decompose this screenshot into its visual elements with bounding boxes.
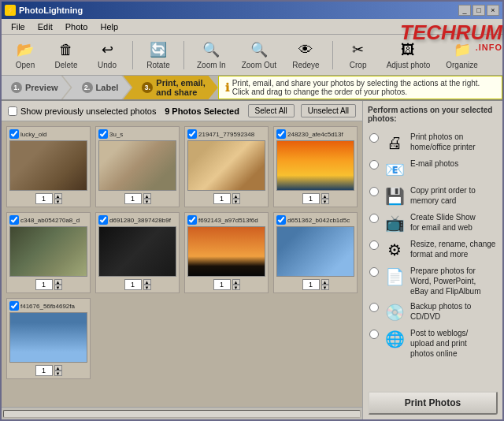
photo-qty-up-5[interactable]: ▲ (143, 279, 151, 285)
photo-qty-down-6[interactable]: ▼ (232, 285, 240, 290)
zoom-out-icon: 🔍 (248, 40, 270, 59)
photo-qty-up-0[interactable]: ▲ (54, 193, 62, 199)
organize-button[interactable]: 📁 Organize (441, 39, 483, 71)
action-radio-6[interactable] (369, 303, 379, 312)
photo-checkbox-5[interactable] (98, 215, 108, 225)
photo-qty-down-0[interactable]: ▼ (54, 199, 62, 204)
photo-qty-up-1[interactable]: ▲ (143, 193, 151, 199)
step-2-tab[interactable]: 2. Label (63, 76, 132, 99)
photo-qty-input-3[interactable] (302, 193, 320, 204)
crop-button[interactable]: ✂ Crop (341, 39, 376, 71)
photo-qty-up-7[interactable]: ▲ (321, 279, 329, 285)
crop-icon: ✂ (347, 40, 369, 59)
window-controls[interactable]: _ □ × (458, 5, 499, 16)
photo-checkbox-8[interactable] (9, 301, 19, 311)
action-item-7[interactable]: 🌐 Post to weblogs/upload and printphotos… (368, 326, 498, 361)
photo-thumb-4 (9, 226, 87, 277)
photo-qty-input-4[interactable] (35, 279, 53, 290)
zoom-out-button[interactable]: 🔍 Zoom Out (237, 39, 281, 71)
action-item-3[interactable]: 📺 Create Slide Showfor email and web (368, 210, 498, 237)
photo-qty-down-2[interactable]: ▼ (232, 199, 240, 204)
action-radio-3[interactable] (369, 214, 379, 223)
open-label: Open (16, 61, 35, 69)
photo-thumb-1 (98, 140, 176, 191)
photo-checkbox-6[interactable] (187, 215, 197, 225)
photo-checkbox-1[interactable] (98, 129, 108, 139)
photo-qty-down-1[interactable]: ▼ (143, 199, 151, 204)
action-radio-5[interactable] (369, 267, 379, 277)
action-text-5: Prepare photos forWord, PowerPoint,eBay … (410, 266, 496, 296)
undo-button[interactable]: ↩ Undo (90, 39, 124, 71)
select-all-button[interactable]: Select All (248, 104, 295, 117)
photo-qty-input-6[interactable] (213, 279, 231, 290)
photo-qty-down-4[interactable]: ▼ (54, 285, 62, 290)
photo-cell-6: f692143_a97d513f6d ▲ ▼ (184, 212, 269, 293)
photo-qty-up-3[interactable]: ▲ (321, 193, 329, 199)
action-item-0[interactable]: 🖨 Print photos onhome/office printer (368, 129, 498, 156)
adjust-icon: 🖼 (397, 40, 419, 59)
photo-cell-2: 219471_779592348 ▲ ▼ (184, 126, 269, 207)
photo-qty-down-3[interactable]: ▼ (321, 199, 329, 204)
menu-photo[interactable]: Photo (59, 20, 94, 33)
photo-name-2: 219471_779592348 (198, 131, 265, 138)
photo-qty-input-7[interactable] (302, 279, 320, 290)
photo-qty-down-8[interactable]: ▼ (54, 371, 62, 376)
photo-name-0: lucky_old (20, 131, 87, 138)
show-unselected-label[interactable]: Show previously unselected photos (8, 106, 156, 116)
adjust-button[interactable]: 🖼 Adjust photo (382, 39, 435, 71)
photo-qty-input-5[interactable] (124, 279, 142, 290)
step-1-tab[interactable]: 1. Preview (2, 76, 71, 99)
actions-container: 🖨 Print photos onhome/office printer 📧 E… (368, 129, 498, 361)
photo-checkbox-3[interactable] (276, 129, 286, 139)
photo-qty-input-2[interactable] (213, 193, 231, 204)
photo-qty-input-1[interactable] (124, 193, 142, 204)
close-button[interactable]: × (487, 5, 499, 16)
action-item-4[interactable]: ⚙ Resize, rename, changeformat and more (368, 237, 498, 263)
zoom-in-button[interactable]: 🔍 Zoom In (192, 39, 231, 71)
photo-grid: lucky_old ▲ ▼ 3u_s ▲ ▼ 219471_779592348 (2, 121, 362, 407)
photo-checkbox-0[interactable] (9, 129, 19, 139)
menu-edit[interactable]: Edit (32, 20, 59, 33)
action-radio-0[interactable] (369, 133, 379, 143)
redeye-button[interactable]: 👁 Redeye (287, 39, 324, 71)
photo-name-8: f41676_56fb4692fa (20, 303, 87, 310)
action-radio-4[interactable] (369, 240, 379, 250)
action-item-1[interactable]: 📧 E-mail photos (368, 156, 498, 183)
photo-qty-input-0[interactable] (35, 193, 53, 204)
photo-checkbox-2[interactable] (187, 129, 197, 139)
maximize-button[interactable]: □ (472, 5, 485, 16)
menu-file[interactable]: File (5, 20, 32, 33)
step-3-tab[interactable]: 3. Print, email,and share (123, 76, 217, 99)
photo-checkbox-7[interactable] (276, 215, 286, 225)
step-3-num: 3. (142, 82, 153, 93)
action-item-5[interactable]: 📄 Prepare photos forWord, PowerPoint,eBa… (368, 263, 498, 299)
photo-qty-input-8[interactable] (35, 365, 53, 376)
horizontal-scrollbar[interactable] (2, 407, 362, 419)
photo-qty-down-7[interactable]: ▼ (321, 285, 329, 290)
photo-checkbox-4[interactable] (9, 215, 19, 225)
minimize-button[interactable]: _ (458, 5, 471, 16)
action-radio-7[interactable] (369, 330, 379, 339)
scroll-track[interactable] (3, 410, 361, 418)
show-unselected-checkbox[interactable] (8, 106, 17, 116)
photo-spin-arrows-7: ▲ ▼ (321, 279, 329, 290)
action-icon-3: 📺 (384, 212, 406, 234)
photo-qty-up-8[interactable]: ▲ (54, 365, 62, 371)
photo-qty-up-2[interactable]: ▲ (232, 193, 240, 199)
action-item-6[interactable]: 💿 Backup photos toCD/DVD (368, 299, 498, 326)
photo-thumb-0 (9, 140, 87, 191)
unselect-all-button[interactable]: Unselect All (301, 104, 356, 117)
photo-cell-top-0: lucky_old (9, 129, 87, 139)
delete-button[interactable]: 🗑 Delete (49, 39, 83, 71)
photo-qty-up-6[interactable]: ▲ (232, 279, 240, 285)
action-radio-1[interactable] (369, 160, 379, 170)
open-button[interactable]: 📂 Open (8, 39, 43, 71)
action-radio-2[interactable] (369, 187, 379, 196)
print-photos-button[interactable]: Print Photos (368, 391, 498, 415)
rotate-button[interactable]: 🔄 Rotate (141, 39, 176, 71)
menu-help[interactable]: Help (94, 20, 124, 33)
app-icon: ⚡ (5, 5, 16, 16)
photo-qty-up-4[interactable]: ▲ (54, 279, 62, 285)
action-item-2[interactable]: 💾 Copy print order tomemory card (368, 183, 498, 210)
photo-qty-down-5[interactable]: ▼ (143, 285, 151, 290)
